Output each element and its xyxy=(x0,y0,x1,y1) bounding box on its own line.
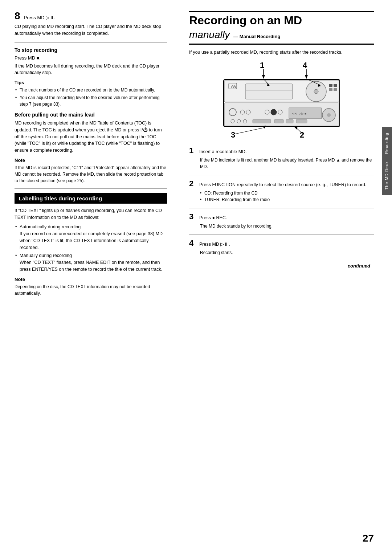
labelling-item-2-sub: When "CD TEXT" flashes, press NAME EDIT … xyxy=(20,259,167,273)
step-right-1-number: 1 xyxy=(189,146,196,155)
svg-rect-34 xyxy=(286,119,293,123)
step-right-3-text: Press ● REC. xyxy=(199,215,227,221)
svg-rect-15 xyxy=(334,84,337,87)
step-right-1: 1 Insert a recordable MD. If the MD indi… xyxy=(189,146,374,170)
svg-marker-5 xyxy=(305,75,308,79)
before-pulling-section: Before pulling out the mains lead MD rec… xyxy=(15,112,167,154)
labelling-item-2-label: Manually during recording xyxy=(20,253,72,258)
step-8-description: CD playing and MD recording start. The C… xyxy=(15,23,167,37)
note-2-section: Note Depending on the disc, the CD TEXT … xyxy=(15,277,167,297)
continued-label: continued xyxy=(189,263,370,269)
to-stop-press: Press MD ■. xyxy=(15,55,167,61)
svg-line-37 xyxy=(235,128,264,134)
svg-rect-35 xyxy=(296,119,307,123)
page-container: 8 Press MD ▷⏸. CD playing and MD recordi… xyxy=(0,0,392,555)
labelling-box: Labelling titles during recording xyxy=(15,193,167,204)
svg-rect-14 xyxy=(329,84,332,87)
note-1-title: Note xyxy=(15,158,167,163)
svg-point-13 xyxy=(314,89,318,94)
step-right-2: 2 Press FUNCTION repeatedly to select th… xyxy=(189,179,374,203)
before-pulling-description: MD recording is completed when the MD Ta… xyxy=(15,120,167,154)
note-1-description: If the MD is record protected, "C11" and… xyxy=(15,164,167,184)
step-right-3-header: 3 Press ● REC. xyxy=(189,212,374,221)
divider-right-1 xyxy=(189,175,374,175)
manually-word: manually xyxy=(189,29,230,41)
divider-right-2 xyxy=(189,208,374,208)
step-8-press-label: Press MD ▷⏸. xyxy=(24,15,56,20)
divider-1 xyxy=(15,42,167,43)
step-right-2-text: Press FUNCTION repeatedly to select the … xyxy=(199,181,366,188)
step-right-4-number: 4 xyxy=(189,238,196,248)
tips-section: Tips The track numbers of the CD are rec… xyxy=(15,80,167,107)
step-right-2-header: 2 Press FUNCTION repeatedly to select th… xyxy=(189,179,374,188)
labelling-title: Labelling titles during recording xyxy=(19,195,102,201)
svg-text:I/⏻: I/⏻ xyxy=(231,85,236,89)
step-right-3: 3 Press ● REC. The MD deck stands by for… xyxy=(189,212,374,229)
step-right-2-bullet-1: CD: Recording from the CD xyxy=(200,190,374,196)
step-8-section: 8 Press MD ▷⏸. CD playing and MD recordi… xyxy=(15,11,167,37)
svg-text:4: 4 xyxy=(303,61,307,70)
labelling-list: Automatically during recording If you re… xyxy=(15,224,167,273)
svg-rect-33 xyxy=(274,119,283,123)
tip-item-1: The track numbers of the CD are recorded… xyxy=(15,87,167,93)
step-right-4: 4 Press MD ▷⏸. Recording starts. xyxy=(189,238,374,256)
tips-list: The track numbers of the CD are recorded… xyxy=(15,87,167,107)
before-pulling-title: Before pulling out the mains lead xyxy=(15,112,167,118)
labelling-item-1: Automatically during recording If you re… xyxy=(15,224,167,251)
step-right-3-number: 3 xyxy=(189,212,196,221)
svg-rect-10 xyxy=(245,84,293,99)
to-stop-title: To stop recording xyxy=(15,47,167,53)
step-right-1-header: 1 Insert a recordable MD. xyxy=(189,146,374,155)
svg-rect-17 xyxy=(334,88,337,91)
tip-item-2: You can adjust the recording level to th… xyxy=(15,94,167,107)
device-diagram: 1 4 I/⏻ xyxy=(213,61,351,142)
note-2-title: Note xyxy=(15,277,167,282)
manually-line: manually — Manual Recording xyxy=(189,29,374,45)
step-right-1-text: Insert a recordable MD. xyxy=(199,148,247,155)
tips-title: Tips xyxy=(15,80,167,85)
labelling-item-1-label: Automatically during recording xyxy=(20,224,81,229)
intro-text: If you use a partially recorded MD, reco… xyxy=(189,49,374,56)
step-right-3-sub: The MD deck stands by for recording. xyxy=(200,223,374,229)
step-right-2-bullets: CD: Recording from the CD TUNER: Recordi… xyxy=(200,190,374,203)
step-8-number: 8 xyxy=(15,11,20,21)
svg-rect-16 xyxy=(329,88,332,91)
svg-rect-32 xyxy=(253,119,271,123)
step-right-1-sub: If the MD indicator is lit red, another … xyxy=(200,157,374,170)
step-right-4-sub: Recording starts. xyxy=(200,249,374,256)
divider-2 xyxy=(15,188,167,189)
step-right-4-text: Press MD ▷⏸. xyxy=(199,241,230,248)
page-number: 27 xyxy=(363,532,374,544)
svg-text:⊲⊲  ▷▷  ■: ⊲⊲ ▷▷ ■ xyxy=(292,112,306,115)
note-1-section: Note If the MD is record protected, "C11… xyxy=(15,158,167,184)
svg-point-23 xyxy=(271,109,277,115)
side-tab: The MD Deck — Recording xyxy=(382,127,392,195)
right-column: Recording on an MD manually — Manual Rec… xyxy=(178,0,392,555)
note-2-description: Depending on the disc, the CD TEXT infor… xyxy=(15,283,167,297)
svg-text:1: 1 xyxy=(260,61,264,70)
title-bar: Recording on an MD xyxy=(189,11,374,27)
labelling-description: If "CD TEXT" lights up or flashes during… xyxy=(15,207,167,221)
svg-point-28 xyxy=(327,113,331,117)
labelling-item-2: Manually during recording When "CD TEXT"… xyxy=(15,252,167,273)
left-column: 8 Press MD ▷⏸. CD playing and MD recordi… xyxy=(0,0,178,555)
recording-title: Recording on an MD xyxy=(189,14,374,27)
manual-recording-label: — Manual Recording xyxy=(233,34,280,39)
svg-marker-3 xyxy=(262,75,265,79)
labelling-item-1-sub: If you record on an unrecorded or comple… xyxy=(20,230,167,251)
step-right-2-number: 2 xyxy=(189,179,196,188)
right-steps: 1 Insert a recordable MD. If the MD indi… xyxy=(189,146,374,256)
step-right-4-header: 4 Press MD ▷⏸. xyxy=(189,238,374,248)
to-stop-section: To stop recording Press MD ■. If the MD … xyxy=(15,47,167,108)
divider-right-3 xyxy=(189,234,374,235)
step-right-2-bullet-2: TUNER: Recording from the radio xyxy=(200,196,374,203)
to-stop-description: If the MD becomes full during recording,… xyxy=(15,63,167,77)
svg-text:3: 3 xyxy=(231,130,235,139)
step-8-header: 8 Press MD ▷⏸. xyxy=(15,11,167,21)
